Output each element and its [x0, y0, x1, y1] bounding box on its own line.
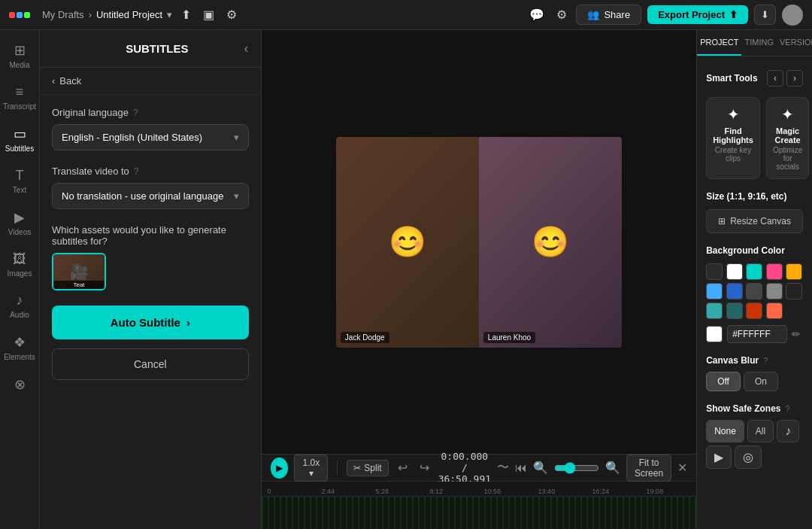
- size-section: Size (1:1, 9:16, etc) ⊞ Resize Canvas: [706, 191, 803, 233]
- safe-zone-instagram-button[interactable]: ◎: [735, 445, 762, 469]
- waveform-icon[interactable]: 〜: [497, 460, 509, 476]
- smart-tools-prev[interactable]: ‹: [767, 70, 783, 87]
- subtitles-panel: SUBTITLES ‹ ‹ Back Original language ? E…: [40, 30, 262, 529]
- app-logo: [9, 12, 30, 18]
- audio-icon: ♪: [17, 293, 23, 309]
- zoom-search-icon[interactable]: 🔍: [605, 461, 620, 475]
- smart-tools-next[interactable]: ›: [786, 70, 803, 87]
- color-swatch-dark[interactable]: [706, 263, 723, 280]
- skip-start-icon[interactable]: ⏮: [515, 461, 527, 475]
- color-swatch-dark-teal[interactable]: [726, 303, 743, 319]
- translate-chevron-icon: ▾: [234, 190, 239, 202]
- safe-zone-tiktok-button[interactable]: ♪: [777, 420, 799, 442]
- back-button[interactable]: ‹ Back: [40, 68, 261, 95]
- fit-to-screen-button[interactable]: Fit to Screen: [626, 455, 671, 482]
- sidebar-item-images[interactable]: 🖼 Images: [0, 245, 39, 284]
- color-swatch-dark-blue[interactable]: [726, 283, 743, 299]
- track-waveform[interactable]: [262, 497, 697, 529]
- arrow-right-icon: ›: [186, 316, 190, 329]
- drafts-link[interactable]: My Drafts: [42, 9, 84, 20]
- safe-zones-help-icon[interactable]: ?: [785, 404, 789, 413]
- color-hex-input[interactable]: [727, 325, 787, 343]
- timeline-controls: ▶ 1.0x ▾ ✂ Split ↩ ↪ 0:00.000 / 36:50.99…: [262, 455, 697, 482]
- sidebar-item-subtitles[interactable]: ▭ Subtitles: [0, 120, 39, 159]
- close-timeline-button[interactable]: ✕: [677, 461, 687, 475]
- color-swatch-darkest[interactable]: [786, 283, 802, 299]
- video-person-right: 😊 Lauren Khoo: [479, 137, 622, 348]
- canvas-blur-row: Canvas Blur ?: [706, 355, 803, 366]
- color-swatch-teal[interactable]: [746, 263, 762, 280]
- project-name[interactable]: Untitled Project: [96, 9, 162, 20]
- undo-button[interactable]: ↩: [395, 459, 411, 476]
- subtitles-content: Original language ? English - English (U…: [40, 95, 261, 529]
- sidebar-item-layers[interactable]: ⊗: [0, 370, 39, 401]
- split-button[interactable]: ✂ Split: [347, 460, 388, 476]
- sidebar-item-elements[interactable]: ❖ Elements: [0, 328, 39, 367]
- tab-versions[interactable]: VERSIONS: [777, 30, 812, 56]
- play-button[interactable]: ▶: [271, 458, 289, 479]
- sidebar-item-text[interactable]: T Text: [0, 162, 39, 200]
- safe-zone-all-button[interactable]: All: [747, 420, 774, 442]
- sidebar-item-videos[interactable]: ▶ Videos: [0, 203, 39, 242]
- smart-tool-find-highlights[interactable]: ✦ Find Highlights Create key clips: [706, 97, 760, 179]
- zoom-out-icon[interactable]: 🔍: [533, 461, 548, 475]
- canvas-blur-help-icon[interactable]: ?: [763, 356, 768, 365]
- safe-zone-options: None All ♪ ▶ ◎: [706, 420, 803, 469]
- close-subtitles-panel[interactable]: ‹: [244, 41, 249, 56]
- original-language-help-icon[interactable]: ?: [133, 108, 138, 118]
- share-icon: 👥: [587, 9, 599, 20]
- asset-thumbnail[interactable]: 🎥 Teat: [52, 253, 106, 290]
- color-swatch-blue[interactable]: [706, 283, 723, 299]
- youtube-icon: ▶: [714, 451, 723, 464]
- player-icon[interactable]: ▣: [200, 5, 217, 25]
- color-edit-button[interactable]: ✏: [792, 328, 801, 340]
- sidebar-item-audio[interactable]: ♪ Audio: [0, 287, 39, 325]
- project-dropdown-icon[interactable]: ▾: [167, 9, 172, 20]
- canvas-blur-toggle: Off On: [706, 372, 803, 391]
- canvas-blur-section: Canvas Blur ? Off On: [706, 355, 803, 391]
- cancel-button[interactable]: Cancel: [52, 348, 249, 380]
- color-swatch-light-gray[interactable]: [766, 283, 783, 299]
- safe-zone-none-button[interactable]: None: [706, 420, 744, 442]
- download-button[interactable]: ⬇: [754, 5, 776, 25]
- original-language-dropdown[interactable]: English - English (United States) ▾: [52, 124, 249, 150]
- share-button[interactable]: 👥 Share: [576, 5, 641, 25]
- user-avatar[interactable]: [782, 5, 803, 26]
- sidebar-item-media[interactable]: ⊞ Media: [0, 36, 39, 75]
- gear-icon[interactable]: ⚙: [553, 5, 570, 25]
- tab-timing[interactable]: TIMING: [741, 30, 777, 56]
- translate-label: Translate video to ?: [52, 166, 249, 177]
- canvas-blur-on-button[interactable]: On: [744, 372, 778, 391]
- share-icon-upload[interactable]: ⬆: [178, 5, 194, 25]
- color-swatch-white[interactable]: [726, 263, 743, 280]
- export-button[interactable]: Export Project ⬆: [647, 5, 748, 24]
- chat-icon[interactable]: 💬: [526, 5, 547, 25]
- safe-zone-youtube-button[interactable]: ▶: [706, 445, 732, 469]
- topbar: My Drafts › Untitled Project ▾ ⬆ ▣ ⚙ 💬 ⚙…: [0, 0, 812, 30]
- color-swatch-red[interactable]: [746, 303, 762, 319]
- tab-project[interactable]: PROJECT: [697, 30, 741, 56]
- sidebar-item-transcript[interactable]: ≡ Transcript: [0, 78, 39, 117]
- sidebar-item-label-media: Media: [9, 61, 29, 69]
- zoom-slider[interactable]: [554, 462, 599, 474]
- settings-icon[interactable]: ⚙: [223, 5, 240, 25]
- color-swatch-gray[interactable]: [746, 283, 762, 299]
- redo-button[interactable]: ↪: [417, 459, 432, 476]
- auto-subtitle-button[interactable]: Auto Subtitle ›: [52, 306, 249, 339]
- color-swatch-teal2[interactable]: [706, 303, 723, 319]
- color-swatch-orange[interactable]: [786, 263, 802, 280]
- translate-dropdown[interactable]: No translation - use original language ▾: [52, 183, 249, 209]
- translate-help-icon[interactable]: ?: [134, 166, 139, 177]
- ruler-mark-1340: 13:40: [538, 488, 556, 495]
- resize-canvas-button[interactable]: ⊞ Resize Canvas: [706, 209, 803, 233]
- safe-zones-row: Show Safe Zones ?: [706, 403, 803, 414]
- speed-button[interactable]: 1.0x ▾: [294, 455, 328, 482]
- canvas-blur-off-button[interactable]: Off: [706, 372, 741, 391]
- video-preview: 😊 Jack Dodge 😊 Lauren Khoo: [336, 137, 622, 348]
- color-swatch-pink[interactable]: [766, 263, 783, 280]
- smart-tool-magic-create[interactable]: ✦ Magic Create Optimize for socials: [766, 97, 809, 179]
- assets-question-label: Which assets would you like to generate …: [52, 224, 249, 247]
- color-swatch-salmon[interactable]: [766, 303, 783, 319]
- right-panel: PROJECT TIMING VERSIONS Smart Tools ‹ › …: [696, 30, 812, 529]
- person-right-bg: 😊: [479, 137, 622, 348]
